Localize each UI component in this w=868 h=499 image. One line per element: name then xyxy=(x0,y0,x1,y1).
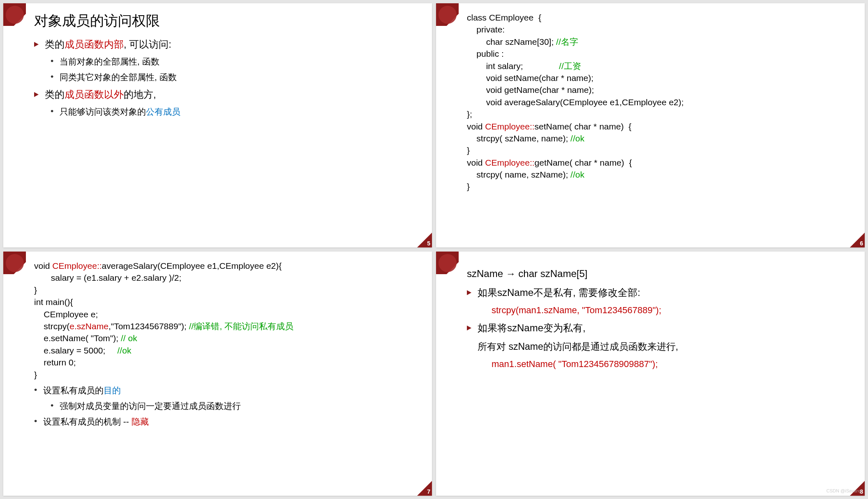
bullet: 类的成员函数内部, 可以访问: xyxy=(34,38,416,51)
watermark: CSDN @iSavang xyxy=(826,488,861,493)
code-block: void CEmployee::averageSalary(CEmployee … xyxy=(34,260,416,381)
sub-bullet: 强制对成员变量的访问一定要通过成员函数进行 xyxy=(51,400,416,412)
code-line: man1.setName( "Tom12345678909887"); xyxy=(492,359,848,370)
logo-icon xyxy=(436,252,459,274)
slide-7: void CEmployee::averageSalary(CEmployee … xyxy=(3,252,432,496)
slide-8: szName → char szName[5] 如果szName不是私有, 需要… xyxy=(436,252,865,496)
sub-bullet: 只能够访问该类对象的公有成员 xyxy=(51,106,416,118)
page-number-badge: 6 xyxy=(850,233,865,247)
page-number-badge: 7 xyxy=(417,481,432,496)
bullet: 如果将szName变为私有, xyxy=(467,321,848,335)
bullet: 设置私有成员的目的 xyxy=(34,385,416,396)
slide-6: class CEmployee { private: char szName[3… xyxy=(436,3,865,247)
code-block: class CEmployee { private: char szName[3… xyxy=(467,12,848,193)
logo-icon xyxy=(3,3,26,26)
slide-title: 对象成员的访问权限 xyxy=(34,12,416,30)
logo-icon xyxy=(436,3,459,26)
code-line: strcpy(man1.szName, "Tom1234567889"); xyxy=(492,305,848,316)
heading-line: szName → char szName[5] xyxy=(467,268,848,280)
page-number-badge: 5 xyxy=(417,233,432,247)
bullet: 设置私有成员的机制 -- 隐藏 xyxy=(34,416,416,427)
sub-bullet: 同类其它对象的全部属性, 函数 xyxy=(51,72,416,83)
text-line: 所有对 szName的访问都是通过成员函数来进行, xyxy=(478,340,848,353)
slide-5: 对象成员的访问权限 类的成员函数内部, 可以访问: 当前对象的全部属性, 函数 … xyxy=(3,3,432,247)
bullet: 如果szName不是私有, 需要修改全部: xyxy=(467,286,848,299)
sub-bullet: 当前对象的全部属性, 函数 xyxy=(51,56,416,67)
logo-icon xyxy=(3,252,26,274)
bullet: 类的成员函数以外的地方, xyxy=(34,88,416,101)
